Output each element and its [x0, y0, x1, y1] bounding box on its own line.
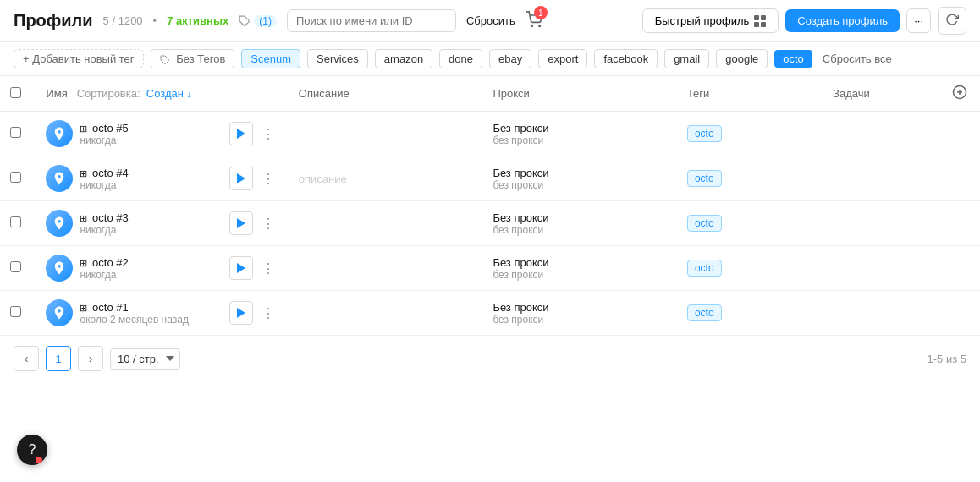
add-tag-button[interactable]: + Добавить новый тег — [14, 49, 144, 68]
row-more-button[interactable]: ⋮ — [258, 124, 278, 144]
row-tag[interactable]: octo — [687, 260, 722, 277]
play-button[interactable] — [229, 167, 253, 190]
profile-info: ⊞ octo #1 около 2 месяцев назад — [80, 301, 189, 326]
profile-date: около 2 месяцев назад — [80, 314, 189, 326]
play-button[interactable] — [229, 301, 253, 325]
sort-by-created[interactable]: Создан ↓ — [146, 87, 191, 100]
play-button[interactable] — [229, 256, 253, 280]
create-profile-button[interactable]: Создать профиль — [785, 9, 900, 32]
table-row: ⊞ octo #2 никогда ⋮ Без прокси — [0, 246, 980, 291]
row-checkbox[interactable] — [10, 216, 21, 227]
row-tasks-cell — [823, 246, 939, 291]
row-proxy-cell: Без прокси без прокси — [482, 201, 677, 246]
proxy-sub: без прокси — [493, 134, 667, 146]
page-header: Профили 5 / 1200 • 7 активных (1) Сброси… — [0, 0, 980, 42]
profile-name: ⊞ octo #5 — [80, 122, 128, 134]
row-more-button[interactable]: ⋮ — [258, 259, 278, 278]
row-more-button[interactable]: ⋮ — [258, 169, 278, 189]
row-add-cell — [939, 201, 980, 246]
col-header-check — [0, 76, 36, 112]
row-tag[interactable]: octo — [687, 215, 722, 232]
row-checkbox-cell — [0, 246, 36, 291]
os-icon: ⊞ — [80, 123, 87, 134]
row-checkbox[interactable] — [10, 127, 21, 138]
tag-scenum[interactable]: Scenum — [241, 49, 300, 68]
tag-gmail[interactable]: gmail — [664, 49, 709, 68]
play-button[interactable] — [229, 211, 253, 235]
table-row: ⊞ octo #3 никогда ⋮ Без прокси — [0, 201, 980, 246]
profile-date: никогда — [80, 269, 128, 281]
refresh-button[interactable] — [938, 7, 966, 35]
row-checkbox-cell — [0, 291, 36, 336]
reset-button[interactable]: Сбросить — [466, 14, 515, 27]
tags-bar: + Добавить новый тег Без Тегов Scenum Se… — [0, 42, 980, 76]
row-checkbox[interactable] — [10, 306, 21, 317]
create-more-button[interactable]: ··· — [906, 8, 931, 33]
play-button[interactable] — [229, 122, 253, 145]
col-header-proxy: Прокси — [482, 76, 677, 112]
row-tasks-cell — [823, 112, 939, 156]
row-checkbox[interactable] — [10, 261, 21, 272]
tag-ebay[interactable]: ebay — [489, 49, 531, 68]
row-add-cell — [939, 156, 980, 201]
row-tag[interactable]: octo — [687, 304, 722, 321]
row-tasks-cell — [823, 291, 939, 336]
page-1-button[interactable]: 1 — [46, 346, 71, 371]
tag-amazon[interactable]: amazon — [375, 49, 432, 68]
per-page-select[interactable]: 10 / стр. 20 / стр. 50 / стр. — [110, 348, 180, 370]
profile-name-wrap: ⊞ octo #5 никогда ⋮ — [46, 120, 278, 147]
row-checkbox-cell — [0, 201, 36, 246]
profile-name-wrap: ⊞ octo #2 никогда ⋮ — [46, 255, 278, 282]
row-name-cell: ⊞ octo #4 никогда ⋮ — [36, 156, 288, 201]
row-checkbox-cell — [0, 156, 36, 201]
svg-marker-9 — [237, 218, 245, 228]
profile-count: 5 / 1200 — [103, 14, 143, 27]
reset-all-button[interactable]: Сбросить все — [823, 52, 892, 65]
row-add-cell — [939, 112, 980, 156]
col-header-name: Имя Сортировка: Создан ↓ — [36, 76, 288, 112]
next-page-button[interactable]: › — [78, 346, 103, 371]
tag-done[interactable]: done — [439, 49, 482, 68]
search-input[interactable] — [287, 9, 456, 32]
row-checkbox[interactable] — [10, 172, 21, 183]
row-name-cell: ⊞ octo #5 никогда ⋮ — [36, 112, 288, 156]
prev-page-button[interactable]: ‹ — [14, 346, 39, 371]
tag-export[interactable]: export — [538, 49, 587, 68]
profile-name: ⊞ octo #4 — [80, 167, 128, 179]
tag-no-tags[interactable]: Без Тегов — [151, 49, 235, 68]
tag-google[interactable]: google — [716, 49, 768, 68]
row-desc-cell: описание — [289, 156, 483, 201]
col-header-tags: Теги — [677, 76, 823, 112]
row-tags-cell: octo — [677, 291, 823, 336]
proxy-sub: без прокси — [493, 314, 667, 326]
tag-facebook[interactable]: facebook — [594, 49, 658, 68]
tag-octo[interactable]: octo — [774, 50, 812, 68]
avatar — [46, 120, 73, 147]
col-header-description: Описание — [289, 76, 483, 112]
row-tags-cell: octo — [677, 156, 823, 201]
row-more-button[interactable]: ⋮ — [258, 214, 278, 233]
row-tags-cell: octo — [677, 201, 823, 246]
profile-info: ⊞ octo #2 никогда — [80, 256, 128, 281]
profile-name-wrap: ⊞ octo #4 никогда ⋮ — [46, 165, 278, 192]
row-more-button[interactable]: ⋮ — [258, 304, 278, 323]
total-count: 1-5 из 5 — [928, 353, 966, 365]
row-desc-cell — [289, 291, 483, 336]
proxy-main: Без прокси — [493, 256, 667, 269]
col-header-add[interactable] — [939, 76, 980, 112]
os-icon: ⊞ — [80, 213, 87, 223]
select-all-checkbox[interactable] — [10, 87, 21, 98]
row-checkbox-cell — [0, 112, 36, 156]
profiles-table-wrap: Имя Сортировка: Создан ↓ Описание Прокси… — [0, 76, 980, 336]
row-actions: ⋮ — [229, 211, 278, 235]
proxy-main: Без прокси — [493, 167, 667, 179]
tag-services[interactable]: Services — [307, 49, 368, 68]
tags-indicator[interactable]: (1) — [239, 15, 277, 27]
avatar — [46, 210, 73, 237]
quick-profile-button[interactable]: Быстрый профиль — [642, 8, 779, 33]
row-tag[interactable]: octo — [687, 125, 722, 142]
row-tag[interactable]: octo — [687, 170, 722, 187]
os-icon: ⊞ — [80, 258, 87, 268]
cart-icon[interactable]: 1 — [526, 11, 542, 30]
profile-name: ⊞ octo #3 — [80, 211, 128, 224]
